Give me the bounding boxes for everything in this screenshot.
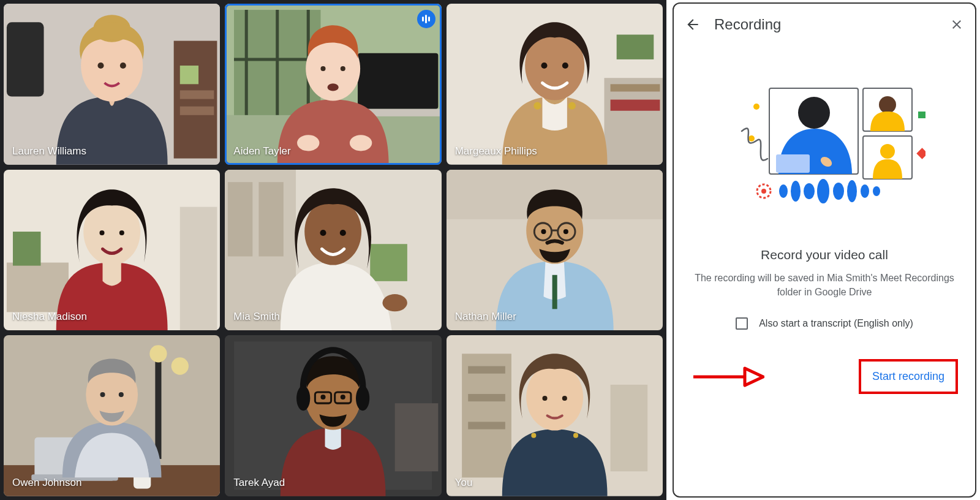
svg-point-93 (573, 433, 578, 438)
svg-point-50 (340, 230, 346, 236)
transcript-option[interactable]: Also start a transcript (English only) (685, 317, 964, 330)
svg-marker-117 (745, 368, 763, 385)
transcript-label: Also start a transcript (English only) (759, 318, 913, 329)
svg-rect-18 (358, 53, 438, 109)
svg-point-115 (873, 186, 880, 196)
participant-name: Niesha Madison (12, 311, 87, 323)
participant-tile[interactable]: Aiden Tayler (225, 4, 441, 165)
svg-point-49 (320, 230, 326, 236)
svg-point-95 (798, 97, 830, 129)
participant-tile[interactable]: Nathan Miller (447, 170, 663, 331)
svg-point-35 (568, 102, 576, 110)
participant-name: Mia Smith (233, 311, 280, 323)
svg-rect-39 (180, 206, 217, 330)
back-button[interactable] (685, 17, 701, 32)
svg-rect-6 (180, 66, 198, 84)
recording-illustration (723, 82, 925, 217)
svg-point-21 (321, 66, 326, 71)
participant-name: Tarek Ayad (233, 477, 285, 489)
close-button[interactable] (949, 17, 964, 32)
svg-rect-85 (468, 366, 505, 374)
svg-rect-87 (468, 422, 505, 430)
svg-point-82 (356, 386, 369, 411)
svg-point-105 (748, 135, 755, 142)
svg-rect-28 (616, 35, 654, 59)
participant-name: Nathan Miller (455, 311, 516, 323)
svg-point-9 (97, 63, 104, 69)
svg-point-42 (119, 230, 124, 235)
svg-rect-5 (180, 107, 214, 115)
participant-tile[interactable]: Niesha Madison (4, 170, 220, 331)
svg-point-77 (321, 395, 326, 400)
svg-point-110 (804, 183, 815, 199)
svg-rect-75 (395, 403, 439, 471)
svg-rect-46 (259, 182, 284, 256)
svg-point-89 (526, 364, 583, 431)
svg-point-108 (779, 184, 788, 198)
svg-rect-103 (916, 148, 925, 159)
participant-tile[interactable]: Margeaux Phillips (447, 4, 663, 165)
svg-rect-30 (610, 100, 660, 111)
svg-point-22 (341, 66, 345, 71)
svg-point-81 (296, 386, 310, 411)
svg-point-51 (383, 294, 407, 311)
svg-rect-102 (918, 112, 925, 118)
svg-rect-54 (552, 275, 557, 309)
participant-name: Owen Johnson (12, 477, 81, 489)
transcript-checkbox[interactable] (736, 317, 748, 330)
panel-header: Recording (685, 16, 964, 33)
participant-tile[interactable]: You (447, 335, 663, 496)
participant-name: You (455, 477, 473, 489)
svg-point-111 (817, 179, 829, 203)
svg-point-33 (562, 63, 568, 69)
svg-point-32 (541, 63, 547, 69)
recording-panel: Recording (673, 2, 976, 498)
svg-rect-2 (7, 22, 44, 96)
svg-rect-45 (228, 182, 252, 256)
svg-point-114 (861, 184, 869, 198)
record-description: The recording will be saved in Mia Smith… (685, 271, 964, 299)
svg-rect-38 (13, 232, 40, 266)
svg-point-10 (120, 63, 126, 69)
svg-point-112 (833, 183, 844, 200)
participant-tile[interactable]: Lauren Williams (4, 4, 220, 165)
svg-rect-47 (371, 244, 408, 281)
panel-title: Recording (714, 16, 781, 33)
svg-point-99 (879, 96, 896, 113)
svg-point-109 (791, 181, 801, 202)
svg-rect-63 (155, 348, 161, 460)
svg-point-91 (562, 396, 567, 401)
svg-point-64 (149, 345, 167, 362)
svg-point-92 (531, 433, 536, 438)
svg-rect-4 (180, 90, 214, 99)
svg-point-72 (119, 392, 124, 397)
speaking-indicator-icon (417, 10, 435, 28)
participant-name: Aiden Tayler (233, 145, 290, 157)
participant-tile[interactable]: Owen Johnson (4, 335, 220, 496)
svg-point-57 (563, 229, 568, 234)
participant-tile[interactable]: Mia Smith (225, 170, 441, 331)
record-heading: Record your video call (685, 248, 964, 262)
svg-rect-97 (776, 154, 810, 173)
svg-rect-29 (610, 84, 660, 91)
participant-name: Lauren Williams (12, 145, 86, 157)
svg-point-41 (99, 230, 104, 235)
svg-point-101 (880, 144, 895, 159)
annotation-arrow-icon (691, 362, 764, 392)
svg-point-104 (753, 104, 760, 110)
svg-point-56 (541, 229, 546, 234)
svg-rect-86 (468, 394, 505, 401)
svg-point-34 (533, 102, 541, 110)
svg-point-25 (350, 135, 372, 151)
svg-point-78 (341, 395, 345, 400)
participant-name: Margeaux Phillips (455, 145, 537, 157)
svg-point-113 (847, 180, 857, 202)
svg-point-71 (100, 392, 105, 397)
video-grid: Lauren Williams Aiden Tayler (0, 0, 666, 500)
participant-tile[interactable]: Tarek Ayad (225, 335, 441, 496)
svg-point-65 (172, 358, 189, 375)
svg-point-90 (542, 396, 547, 401)
start-recording-button[interactable]: Start recording (866, 366, 951, 387)
svg-point-107 (761, 189, 766, 194)
svg-point-23 (328, 83, 339, 91)
